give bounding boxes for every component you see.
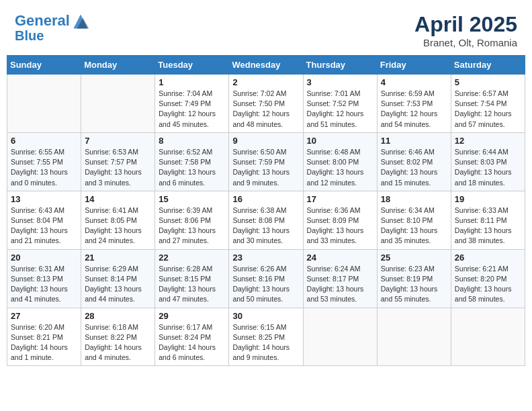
day-info: Sunrise: 6:44 AM Sunset: 8:03 PM Dayligh… [455,147,521,188]
day-number: 30 [232,311,299,321]
day-number: 13 [11,194,77,204]
calendar-cell: 28Sunrise: 6:18 AM Sunset: 8:22 PM Dayli… [81,308,155,366]
day-header-friday: Friday [377,56,451,75]
calendar-cell: 29Sunrise: 6:17 AM Sunset: 8:24 PM Dayli… [155,308,229,366]
day-number: 16 [232,194,299,204]
day-info: Sunrise: 6:39 AM Sunset: 8:06 PM Dayligh… [159,205,225,246]
day-info: Sunrise: 6:48 AM Sunset: 8:00 PM Dayligh… [307,147,373,188]
calendar-cell: 17Sunrise: 6:36 AM Sunset: 8:09 PM Dayli… [303,191,377,249]
day-info: Sunrise: 6:46 AM Sunset: 8:02 PM Dayligh… [381,147,447,188]
day-number: 24 [307,253,373,263]
day-number: 26 [455,253,521,263]
calendar-cell: 20Sunrise: 6:31 AM Sunset: 8:13 PM Dayli… [7,249,81,308]
day-info: Sunrise: 6:52 AM Sunset: 7:58 PM Dayligh… [159,147,225,188]
day-number: 10 [307,136,373,146]
calendar-cell: 26Sunrise: 6:21 AM Sunset: 8:20 PM Dayli… [451,249,525,308]
day-number: 11 [381,136,447,146]
day-header-thursday: Thursday [303,56,377,75]
week-row-1: 1Sunrise: 7:04 AM Sunset: 7:49 PM Daylig… [7,75,525,133]
day-info: Sunrise: 6:24 AM Sunset: 8:17 PM Dayligh… [307,264,373,305]
calendar-cell: 23Sunrise: 6:26 AM Sunset: 8:16 PM Dayli… [229,249,303,308]
day-number: 23 [232,253,299,263]
day-number: 6 [11,136,77,146]
day-number: 8 [159,136,225,146]
calendar-cell: 11Sunrise: 6:46 AM Sunset: 8:02 PM Dayli… [377,132,451,191]
day-number: 17 [307,194,373,204]
day-number: 7 [85,136,151,146]
day-number: 15 [159,194,225,204]
day-info: Sunrise: 6:29 AM Sunset: 8:14 PM Dayligh… [85,264,151,305]
day-number: 9 [232,136,299,146]
calendar-cell [377,308,451,366]
calendar-cell: 9Sunrise: 6:50 AM Sunset: 7:59 PM Daylig… [229,132,303,191]
calendar-cell: 3Sunrise: 7:01 AM Sunset: 7:52 PM Daylig… [303,75,377,133]
day-info: Sunrise: 7:01 AM Sunset: 7:52 PM Dayligh… [307,89,373,130]
calendar-cell: 25Sunrise: 6:23 AM Sunset: 8:19 PM Dayli… [377,249,451,308]
day-info: Sunrise: 6:17 AM Sunset: 8:24 PM Dayligh… [159,322,225,363]
day-header-monday: Monday [81,56,155,75]
day-number: 19 [455,194,521,204]
calendar-cell [81,75,155,133]
calendar-table: SundayMondayTuesdayWednesdayThursdayFrid… [7,55,525,366]
day-info: Sunrise: 6:28 AM Sunset: 8:15 PM Dayligh… [159,264,225,305]
calendar-cell: 19Sunrise: 6:33 AM Sunset: 8:11 PM Dayli… [451,191,525,249]
calendar-cell: 1Sunrise: 7:04 AM Sunset: 7:49 PM Daylig… [155,75,229,133]
day-info: Sunrise: 6:38 AM Sunset: 8:08 PM Dayligh… [232,205,299,246]
day-info: Sunrise: 7:04 AM Sunset: 7:49 PM Dayligh… [159,89,225,130]
calendar-cell: 5Sunrise: 6:57 AM Sunset: 7:54 PM Daylig… [451,75,525,133]
day-info: Sunrise: 6:55 AM Sunset: 7:55 PM Dayligh… [11,147,77,188]
calendar-cell [303,308,377,366]
calendar-cell: 6Sunrise: 6:55 AM Sunset: 7:55 PM Daylig… [7,132,81,191]
logo: General Blue [15,12,90,43]
day-info: Sunrise: 6:36 AM Sunset: 8:09 PM Dayligh… [307,205,373,246]
title-block: April 2025 Branet, Olt, Romania [414,12,517,48]
day-number: 20 [11,253,77,263]
day-header-saturday: Saturday [451,56,525,75]
week-row-5: 27Sunrise: 6:20 AM Sunset: 8:21 PM Dayli… [7,308,525,366]
day-number: 1 [159,77,225,87]
calendar-cell: 8Sunrise: 6:52 AM Sunset: 7:58 PM Daylig… [155,132,229,191]
calendar-cell [451,308,525,366]
day-number: 22 [159,253,225,263]
calendar-cell: 30Sunrise: 6:15 AM Sunset: 8:25 PM Dayli… [229,308,303,366]
day-number: 12 [455,136,521,146]
calendar-cell: 21Sunrise: 6:29 AM Sunset: 8:14 PM Dayli… [81,249,155,308]
day-number: 25 [381,253,447,263]
day-info: Sunrise: 6:34 AM Sunset: 8:10 PM Dayligh… [381,205,447,246]
day-info: Sunrise: 7:02 AM Sunset: 7:50 PM Dayligh… [232,89,299,130]
day-info: Sunrise: 6:15 AM Sunset: 8:25 PM Dayligh… [232,322,299,363]
calendar-subtitle: Branet, Olt, Romania [414,37,517,48]
calendar-cell: 10Sunrise: 6:48 AM Sunset: 8:00 PM Dayli… [303,132,377,191]
calendar-cell: 4Sunrise: 6:59 AM Sunset: 7:53 PM Daylig… [377,75,451,133]
calendar-cell: 27Sunrise: 6:20 AM Sunset: 8:21 PM Dayli… [7,308,81,366]
calendar-cell: 13Sunrise: 6:43 AM Sunset: 8:04 PM Dayli… [7,191,81,249]
day-info: Sunrise: 6:31 AM Sunset: 8:13 PM Dayligh… [11,264,77,305]
calendar-cell: 15Sunrise: 6:39 AM Sunset: 8:06 PM Dayli… [155,191,229,249]
calendar-cell: 2Sunrise: 7:02 AM Sunset: 7:50 PM Daylig… [229,75,303,133]
day-info: Sunrise: 6:41 AM Sunset: 8:05 PM Dayligh… [85,205,151,246]
day-number: 5 [455,77,521,87]
calendar-cell: 18Sunrise: 6:34 AM Sunset: 8:10 PM Dayli… [377,191,451,249]
day-number: 4 [381,77,447,87]
day-number: 28 [85,311,151,321]
day-number: 2 [232,77,299,87]
day-info: Sunrise: 6:18 AM Sunset: 8:22 PM Dayligh… [85,322,151,363]
day-info: Sunrise: 6:59 AM Sunset: 7:53 PM Dayligh… [381,89,447,130]
day-number: 14 [85,194,151,204]
day-number: 29 [159,311,225,321]
day-info: Sunrise: 6:50 AM Sunset: 7:59 PM Dayligh… [232,147,299,188]
week-row-3: 13Sunrise: 6:43 AM Sunset: 8:04 PM Dayli… [7,191,525,249]
calendar-cell: 22Sunrise: 6:28 AM Sunset: 8:15 PM Dayli… [155,249,229,308]
day-number: 18 [381,194,447,204]
calendar-cell: 24Sunrise: 6:24 AM Sunset: 8:17 PM Dayli… [303,249,377,308]
calendar-cell: 14Sunrise: 6:41 AM Sunset: 8:05 PM Dayli… [81,191,155,249]
day-info: Sunrise: 6:23 AM Sunset: 8:19 PM Dayligh… [381,264,447,305]
logo-icon [71,12,90,31]
calendar-cell [7,75,81,133]
calendar-title: April 2025 [414,12,517,37]
day-info: Sunrise: 6:57 AM Sunset: 7:54 PM Dayligh… [455,89,521,130]
calendar-cell: 7Sunrise: 6:53 AM Sunset: 7:57 PM Daylig… [81,132,155,191]
day-info: Sunrise: 6:20 AM Sunset: 8:21 PM Dayligh… [11,322,77,363]
day-number: 3 [307,77,373,87]
calendar-header-row: SundayMondayTuesdayWednesdayThursdayFrid… [7,56,525,75]
